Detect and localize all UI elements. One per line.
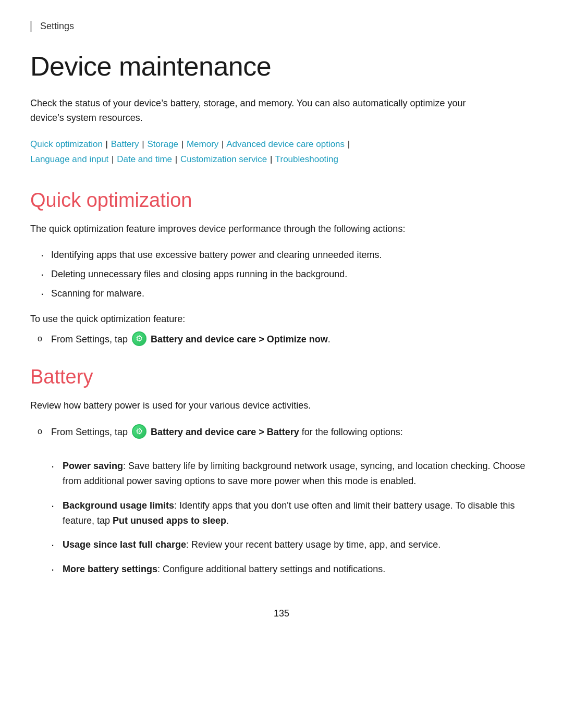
- put-unused-apps-label: Put unused apps to sleep: [113, 515, 226, 526]
- nav-link-troubleshooting[interactable]: Troubleshooting: [275, 154, 338, 164]
- battery-desc: Review how battery power is used for you…: [30, 399, 525, 413]
- intro-text: Check the status of your device’s batter…: [30, 96, 499, 126]
- nav-links: Quick optimization | Battery | Storage |…: [30, 137, 533, 167]
- battery-options-list: Power saving: Save battery life by limit…: [51, 459, 533, 577]
- quick-optimization-section: Quick optimization The quick optimizatio…: [30, 189, 533, 348]
- quick-optimization-desc: The quick optimization feature improves …: [30, 222, 525, 237]
- nav-separator-6: |: [109, 154, 114, 164]
- background-limits-period: .: [226, 515, 229, 526]
- to-use-label: To use the quick optimization feature:: [30, 314, 533, 325]
- usage-since-text: : Review your recent battery usage by ti…: [186, 539, 440, 550]
- power-saving-label: Power saving: [63, 461, 123, 471]
- usage-since-label: Usage since last full charge: [63, 539, 186, 550]
- nav-separator-5: |: [345, 139, 350, 149]
- page-title: Device maintenance: [30, 51, 533, 82]
- breadcrumb: Settings: [30, 21, 533, 32]
- quick-optimization-bullets: Identifying apps that use excessive batt…: [41, 248, 533, 301]
- nav-link-date-time[interactable]: Date and time: [117, 154, 172, 164]
- nav-separator-8: |: [267, 154, 272, 164]
- nav-separator-4: |: [219, 139, 224, 149]
- page-number: 135: [30, 608, 533, 619]
- battery-option-power-saving: Power saving: Save battery life by limit…: [51, 459, 533, 489]
- battery-option-usage-since: Usage since last full charge: Review you…: [51, 537, 533, 552]
- step-period: .: [328, 334, 331, 344]
- more-battery-settings-label: More battery settings: [63, 564, 157, 574]
- step-prefix: From Settings, tap: [51, 334, 130, 344]
- more-battery-settings-text: : Configure additional battery settings …: [157, 564, 385, 574]
- battery-option-background-limits: Background usage limits: Identify apps t…: [51, 498, 533, 528]
- breadcrumb-text: Settings: [40, 21, 74, 31]
- background-limits-label: Background usage limits: [63, 500, 174, 511]
- nav-link-advanced[interactable]: Advanced device care options: [226, 139, 345, 149]
- nav-separator-3: |: [179, 139, 183, 149]
- battery-step-suffix: for the following options:: [302, 427, 403, 437]
- bullet-item-3: Scanning for malware.: [41, 286, 533, 301]
- bullet-item-2: Deleting unnecessary files and closing a…: [41, 267, 533, 282]
- nav-link-quick-optimization[interactable]: Quick optimization: [30, 139, 103, 149]
- nav-separator-1: |: [103, 139, 108, 149]
- nav-separator-2: |: [140, 139, 144, 149]
- nav-link-memory[interactable]: Memory: [187, 139, 218, 149]
- quick-optimization-heading: Quick optimization: [30, 189, 533, 212]
- battery-step-prefix: From Settings, tap: [51, 427, 130, 437]
- quick-optimization-steps: From Settings, tap Battery and device ca…: [35, 332, 533, 347]
- battery-step: From Settings, tap Battery and device ca…: [35, 425, 533, 440]
- battery-section: Battery Review how battery power is used…: [30, 366, 533, 577]
- battery-option-more-settings: More battery settings: Configure additio…: [51, 562, 533, 577]
- battery-heading: Battery: [30, 366, 533, 388]
- nav-link-battery[interactable]: Battery: [111, 139, 139, 149]
- battery-step-bold: Battery and device care > Battery: [151, 427, 299, 437]
- bullet-item-1: Identifying apps that use excessive batt…: [41, 248, 533, 263]
- quick-optimization-step: From Settings, tap Battery and device ca…: [35, 332, 533, 347]
- nav-link-language[interactable]: Language and input: [30, 154, 108, 164]
- nav-separator-7: |: [173, 154, 177, 164]
- battery-steps: From Settings, tap Battery and device ca…: [35, 425, 533, 440]
- page-container: Settings Device maintenance Check the st…: [0, 0, 563, 661]
- nav-link-customization[interactable]: Customization service: [180, 154, 267, 164]
- nav-link-storage[interactable]: Storage: [148, 139, 179, 149]
- power-saving-text: : Save battery life by limiting backgrou…: [63, 461, 525, 486]
- settings-icon: [132, 331, 146, 346]
- battery-settings-icon: [132, 424, 146, 439]
- step-bold: Battery and device care > Optimize now: [151, 334, 328, 344]
